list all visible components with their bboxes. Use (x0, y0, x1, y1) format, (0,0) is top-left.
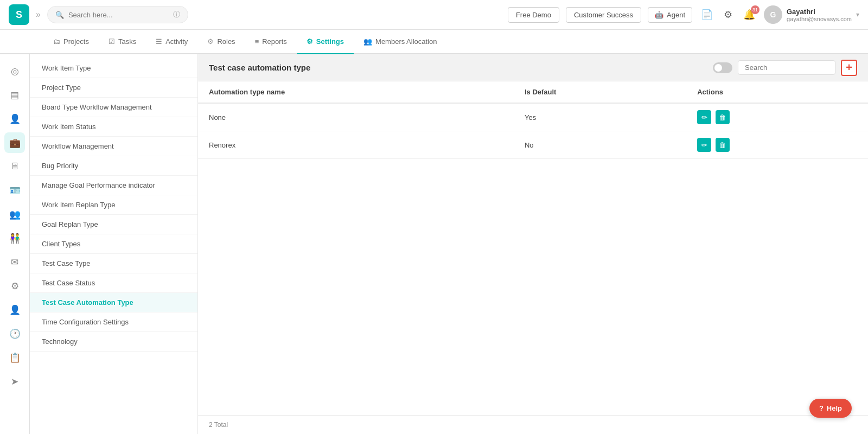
tab-projects[interactable]: 🗂 Projects (43, 30, 99, 54)
topbar-right: Free Demo Customer Success 🤖 Agent 📄 ⚙ 🔔… (508, 5, 859, 24)
notification-button[interactable]: 🔔 31 (741, 7, 757, 23)
main-layout: ◎ ▤ 👤 💼 🖥 🪪 👥 👫 ✉ ⚙ 👤 🕐 📋 ➤ Work Item Ty… (0, 54, 868, 434)
search-input[interactable] (68, 11, 169, 19)
projects-icon: 🗂 (53, 37, 60, 46)
sidebar-item-test-case-status[interactable]: Test Case Status (30, 273, 197, 293)
tab-roles[interactable]: ⚙ Roles (197, 30, 245, 54)
sidebar-icon-dashboard[interactable]: ◎ (4, 61, 25, 81)
sidebar-item-test-case-automation[interactable]: Test Case Automation Type (30, 293, 197, 312)
user-dropdown-arrow: ▾ (856, 11, 859, 18)
sidebar-icon-settings[interactable]: ⚙ (4, 276, 25, 296)
settings-icon-button[interactable]: ⚙ (722, 7, 735, 23)
help-button[interactable]: ? Help (809, 399, 852, 418)
sidebar-item-work-item-type[interactable]: Work Item Type (30, 59, 197, 78)
search-bar: 🔍 ⓘ (47, 6, 188, 23)
tab-settings[interactable]: ⚙ Settings (297, 30, 354, 54)
sidebar-item-technology[interactable]: Technology (30, 332, 197, 352)
toggle-switch[interactable] (713, 62, 732, 73)
tab-reports[interactable]: ≡ Reports (245, 30, 297, 54)
members-icon: 👥 (363, 37, 372, 46)
settings-sidebar: Work Item Type Project Type Board Type W… (30, 54, 198, 434)
tab-roles-label: Roles (217, 37, 235, 46)
edit-button[interactable]: ✏ (697, 138, 711, 152)
sidebar-item-work-item-status[interactable]: Work Item Status (30, 117, 197, 137)
sidebar-icon-person[interactable]: 👤 (4, 108, 25, 129)
table-container: Automation type name Is Default Actions … (198, 81, 868, 415)
notification-badge: 31 (751, 5, 760, 14)
agent-button[interactable]: 🤖 Agent (648, 7, 692, 23)
left-sidebar: ◎ ▤ 👤 💼 🖥 🪪 👥 👫 ✉ ⚙ 👤 🕐 📋 ➤ (0, 54, 30, 434)
reports-icon: ≡ (255, 37, 259, 46)
sidebar-item-board-type[interactable]: Board Type Workflow Management (30, 98, 197, 117)
sidebar-icon-tv[interactable]: ▤ (4, 85, 25, 105)
agent-icon: 🤖 (655, 11, 663, 19)
col-is-default: Is Default (514, 81, 686, 103)
sidebar-item-bug-priority[interactable]: Bug Priority (30, 156, 197, 176)
sidebar-icon-clock[interactable]: 🕐 (4, 323, 25, 344)
sidebar-icon-monitor[interactable]: 🖥 (4, 156, 25, 177)
sidebar-icon-briefcase[interactable]: 💼 (4, 132, 25, 153)
cell-name: Renorex (198, 131, 514, 159)
agent-label: Agent (667, 11, 685, 19)
sidebar-item-workflow[interactable]: Workflow Management (30, 137, 197, 156)
roles-icon: ⚙ (207, 37, 214, 46)
sidebar-icon-card[interactable]: 🪪 (4, 180, 25, 201)
add-button[interactable]: + (841, 60, 857, 76)
col-actions: Actions (686, 81, 868, 103)
customer-success-button[interactable]: Customer Success (566, 7, 641, 23)
table-header-row: Automation type name Is Default Actions (198, 81, 868, 103)
cell-is-default: Yes (514, 103, 686, 131)
toggle-slider (713, 62, 732, 73)
navtabs: 🗂 Projects ☑ Tasks ☰ Activity ⚙ Roles ≡ … (0, 30, 868, 54)
sidebar-icon-team[interactable]: 👫 (4, 228, 25, 248)
cell-is-default: No (514, 131, 686, 159)
delete-button[interactable]: 🗑 (716, 110, 730, 124)
tab-activity[interactable]: ☰ Activity (146, 30, 197, 54)
sidebar-item-work-replan[interactable]: Work Item Replan Type (30, 195, 197, 215)
header-right: + (713, 60, 857, 76)
search-input-box[interactable] (738, 60, 835, 75)
sidebar-icon-group[interactable]: 👥 (4, 204, 25, 225)
tab-projects-label: Projects (63, 37, 89, 46)
search-icon: 🔍 (55, 11, 64, 19)
app-logo[interactable]: S (9, 4, 29, 25)
tab-settings-label: Settings (316, 37, 344, 46)
help-icon: ? (819, 404, 824, 412)
topbar: S » 🔍 ⓘ Free Demo Customer Success 🤖 Age… (0, 0, 868, 30)
cell-actions: ✏ 🗑 (686, 103, 868, 131)
tab-tasks[interactable]: ☑ Tasks (99, 30, 146, 54)
content-area: Test case automation type + Automation t… (198, 54, 868, 434)
tab-activity-label: Activity (165, 37, 188, 46)
automation-table: Automation type name Is Default Actions … (198, 81, 868, 159)
sidebar-icon-report[interactable]: 📋 (4, 347, 25, 368)
tab-members[interactable]: 👥 Members Allocation (354, 30, 446, 54)
free-demo-button[interactable]: Free Demo (508, 7, 559, 23)
sidebar-item-time-config[interactable]: Time Configuration Settings (30, 312, 197, 332)
sidebar-icon-user[interactable]: 👤 (4, 299, 25, 320)
edit-button[interactable]: ✏ (697, 110, 711, 124)
info-icon: ⓘ (173, 10, 180, 20)
sidebar-icon-send[interactable]: ➤ (4, 371, 25, 392)
activity-icon: ☰ (156, 37, 162, 46)
user-email: gayathri@snovasys.com (787, 16, 852, 22)
document-button[interactable]: 📄 (699, 7, 715, 23)
settings-nav-icon: ⚙ (307, 37, 313, 46)
total-count: 2 Total (209, 421, 228, 429)
sidebar-item-client-types[interactable]: Client Types (30, 234, 197, 254)
avatar: G (764, 5, 782, 24)
tab-members-label: Members Allocation (375, 37, 437, 46)
table-row: Renorex No ✏ 🗑 (198, 131, 868, 159)
user-profile[interactable]: G Gayathri gayathri@snovasys.com ▾ (764, 5, 859, 24)
user-name: Gayathri (787, 8, 852, 16)
help-label: Help (827, 404, 842, 412)
sidebar-item-goal-replan[interactable]: Goal Replan Type (30, 215, 197, 234)
sidebar-icon-mail[interactable]: ✉ (4, 252, 25, 272)
delete-button[interactable]: 🗑 (716, 138, 730, 152)
user-details: Gayathri gayathri@snovasys.com (787, 8, 852, 22)
tab-reports-label: Reports (262, 37, 287, 46)
sidebar-item-manage-goal[interactable]: Manage Goal Performance indicator (30, 176, 197, 195)
expand-icon[interactable]: » (36, 10, 41, 20)
sidebar-item-test-case-type[interactable]: Test Case Type (30, 254, 197, 273)
sidebar-item-project-type[interactable]: Project Type (30, 78, 197, 98)
cell-name: None (198, 103, 514, 131)
